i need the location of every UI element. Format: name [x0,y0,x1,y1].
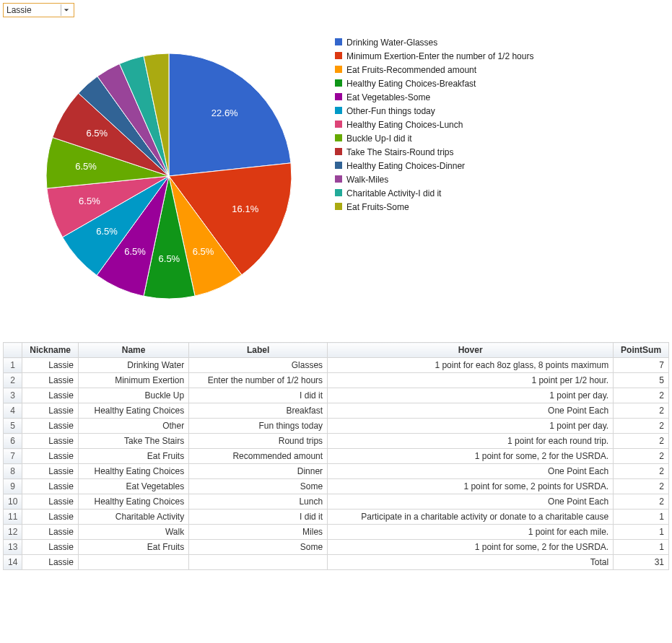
legend-label: Healthy Eating Choices-Dinner [346,159,465,172]
table-cell-nickname: Lassie [22,358,79,373]
pie-slice-label: 6.5% [193,246,214,257]
table-row-number: 12 [4,525,22,540]
data-table: Nickname Name Label Hover PointSum 1Lass… [3,342,669,570]
table-row[interactable]: 8LassieHealthy Eating ChoicesDinnerOne P… [4,464,669,479]
legend-label: Eat Fruits-Recommended amount [346,64,476,76]
table-row-number: 10 [4,494,22,509]
legend-swatch [335,189,342,196]
table-header-label: Label [189,343,328,358]
legend-item[interactable]: Healthy Eating Choices-Lunch [335,118,533,131]
table-cell-nickname: Lassie [22,419,79,434]
table-cell-pointsum: 2 [614,449,669,464]
table-cell-name: Buckle Up [78,388,188,403]
table-row[interactable]: 3LassieBuckle UpI did it1 point per day.… [4,388,669,403]
table-cell-label: Glasses [189,358,328,373]
table-row[interactable]: 5LassieOtherFun things today1 point per … [4,419,669,434]
table-cell-hover: 1 point per 1/2 hour. [328,373,614,388]
table-cell-pointsum: 31 [614,555,669,570]
table-cell-nickname: Lassie [22,540,79,555]
table-cell-name: Eat Fruits [78,449,188,464]
legend-item[interactable]: Charitable Activity-I did it [335,187,533,200]
table-cell-pointsum: 2 [614,479,669,494]
table-cell-label: I did it [189,509,328,525]
legend-item[interactable]: Eat Fruits-Recommended amount [335,64,533,76]
legend-swatch [335,38,342,45]
table-cell-nickname: Lassie [22,403,79,419]
legend-item[interactable]: Eat Vegetables-Some [335,91,533,104]
table-cell-nickname: Lassie [22,494,79,509]
table-row-number: 6 [4,434,22,449]
table-row[interactable]: 1LassieDrinking WaterGlasses1 point for … [4,358,669,373]
table-cell-nickname: Lassie [22,449,79,464]
table-cell-nickname: Lassie [22,464,79,479]
legend-swatch [335,162,342,169]
legend-item[interactable]: Walk-Miles [335,173,533,186]
table-cell-hover: 1 point for some, 2 for the USRDA. [328,449,614,464]
legend-label: Charitable Activity-I did it [346,187,441,200]
nickname-dropdown-value: Lassie [6,5,61,15]
legend-swatch [335,66,342,73]
table-row-number: 1 [4,358,22,373]
table-row[interactable]: 10LassieHealthy Eating ChoicesLunchOne P… [4,494,669,509]
table-cell-name: Walk [78,525,188,540]
legend-swatch [335,175,342,183]
table-cell-pointsum: 2 [614,434,669,449]
pie-slice-label: 22.6% [211,108,238,118]
table-cell-nickname: Lassie [22,434,79,449]
table-cell-hover: Participate in a charitable activity or … [328,509,614,525]
pie-chart: 22.6%16.1%6.5%6.5%6.5%6.5%6.5%6.5%6.5% [3,32,335,320]
table-row-number: 8 [4,464,22,479]
legend-swatch [335,93,342,100]
table-cell-hover: 1 point per day. [328,388,614,403]
table-cell-pointsum: 2 [614,464,669,479]
table-cell-name: Healthy Eating Choices [78,403,188,419]
table-cell-nickname: Lassie [22,479,79,494]
table-header-pointsum: PointSum [614,343,669,358]
pie-slice-label: 6.5% [79,196,100,206]
legend-label: Other-Fun things today [346,105,435,118]
table-row-number: 13 [4,540,22,555]
table-row[interactable]: 14LassieTotal31 [4,555,669,570]
legend-item[interactable]: Minimum Exertion-Enter the number of 1/2… [335,50,533,63]
table-cell-name: Take The Stairs [78,434,188,449]
table-row-number: 11 [4,509,22,525]
table-cell-label: Some [189,540,328,555]
legend-item[interactable]: Take The Stairs-Round trips [335,146,533,159]
table-cell-pointsum: 5 [614,373,669,388]
table-row-number: 5 [4,419,22,434]
table-row[interactable]: 4LassieHealthy Eating ChoicesBreakfastOn… [4,403,669,419]
table-row[interactable]: 9LassieEat VegetablesSome1 point for som… [4,479,669,494]
table-cell-name: Healthy Eating Choices [78,494,188,509]
legend-item[interactable]: Healthy Eating Choices-Breakfast [335,77,533,90]
legend-item[interactable]: Drinking Water-Glasses [335,36,533,49]
table-cell-label: Enter the number of 1/2 hours [189,373,328,388]
legend-label: Healthy Eating Choices-Breakfast [346,77,476,90]
table-row[interactable]: 7LassieEat FruitsRecommended amount1 poi… [4,449,669,464]
chevron-down-icon [61,4,72,16]
table-cell-nickname: Lassie [22,388,79,403]
legend-swatch [335,121,342,128]
table-row-number: 2 [4,373,22,388]
legend-item[interactable]: Healthy Eating Choices-Dinner [335,159,533,172]
table-row[interactable]: 12LassieWalkMiles1 point for each mile.1 [4,525,669,540]
table-cell-name: Other [78,419,188,434]
legend-item[interactable]: Buckle Up-I did it [335,132,533,145]
table-row[interactable]: 6LassieTake The StairsRound trips1 point… [4,434,669,449]
table-row-number: 14 [4,555,22,570]
table-row[interactable]: 11LassieCharitable ActivityI did itParti… [4,509,669,525]
legend-item[interactable]: Other-Fun things today [335,105,533,118]
table-row[interactable]: 2LassieMinimum ExertionEnter the number … [4,373,669,388]
table-cell-pointsum: 1 [614,509,669,525]
table-cell-name [78,555,188,570]
pie-slice-label: 6.5% [96,226,118,237]
table-row-number: 4 [4,403,22,419]
table-row[interactable]: 13LassieEat FruitsSome1 point for some, … [4,540,669,555]
table-header-hover: Hover [328,343,614,358]
pie-slice-label: 6.5% [75,161,97,172]
nickname-dropdown[interactable]: Lassie [3,3,74,17]
legend-label: Drinking Water-Glasses [346,36,437,49]
legend-swatch [335,107,342,114]
legend-item[interactable]: Eat Fruits-Some [335,201,533,214]
table-cell-pointsum: 2 [614,419,669,434]
table-cell-hover: One Point Each [328,403,614,419]
